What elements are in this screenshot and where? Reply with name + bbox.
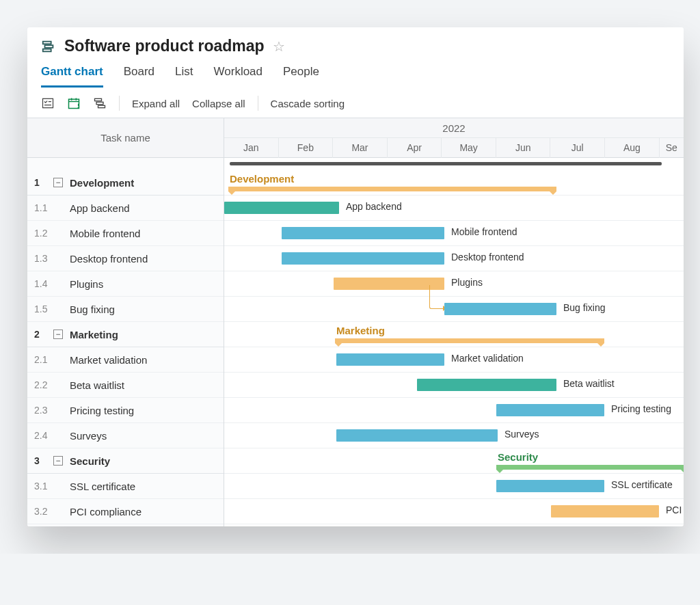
- month-col[interactable]: Apr: [387, 138, 442, 158]
- gantt-bar-label: Beta waitlist: [563, 378, 615, 389]
- tab-gantt[interactable]: Gantt chart: [41, 61, 103, 88]
- row-index: 2.1: [34, 354, 53, 365]
- toolbar: Expand all Collapse all Cascade sorting: [27, 88, 684, 118]
- svg-rect-13: [96, 102, 103, 104]
- gantt-bar-row: App backend: [224, 196, 684, 221]
- task-row[interactable]: 3.1SSL certificate: [27, 474, 224, 499]
- gantt-bar[interactable]: [417, 379, 556, 391]
- row-index: 2: [34, 329, 53, 340]
- calendar-alert-icon[interactable]: [67, 96, 81, 110]
- gantt-bar[interactable]: [496, 404, 604, 416]
- gantt-bar-label: Surveys: [504, 429, 539, 440]
- gantt-bar-label: Desktop frontend: [451, 252, 524, 263]
- layers-icon[interactable]: [93, 96, 107, 110]
- svg-rect-6: [69, 99, 79, 108]
- collapse-all-button[interactable]: Collapse all: [192, 98, 245, 109]
- gantt-bar[interactable]: [444, 303, 556, 315]
- month-col[interactable]: Feb: [278, 138, 333, 158]
- gantt-bar[interactable]: [224, 202, 339, 214]
- gantt-bar-label: App backend: [346, 201, 402, 212]
- group-label: Security: [498, 451, 538, 463]
- row-index: 1.5: [34, 304, 53, 314]
- gantt-bar-label: Bug fixing: [563, 302, 605, 313]
- timeline-year: 2022: [224, 118, 684, 138]
- task-name: Pricing testing: [70, 405, 134, 416]
- gantt-bar[interactable]: [336, 353, 444, 366]
- gantt-bar[interactable]: [496, 480, 604, 492]
- task-name: Bug fixing: [70, 304, 115, 315]
- collapse-icon[interactable]: −: [53, 178, 63, 187]
- group-bar[interactable]: [496, 465, 684, 470]
- month-col[interactable]: Jun: [496, 138, 550, 158]
- toolbar-separator: [119, 96, 120, 111]
- checklist-icon[interactable]: [41, 96, 55, 110]
- task-row[interactable]: 2.4Surveys: [27, 423, 224, 448]
- main-content: Task name 1 − Development 1.1App backend…: [27, 118, 684, 526]
- group-bar[interactable]: [335, 338, 604, 343]
- task-row[interactable]: 1.3Desktop frontend: [27, 246, 224, 271]
- gantt-bar-row: Pricing testing: [224, 398, 684, 423]
- gantt-group-row: Marketing: [224, 322, 684, 347]
- group-bar[interactable]: [228, 187, 556, 191]
- month-col[interactable]: Jan: [224, 138, 278, 158]
- tab-people[interactable]: People: [283, 61, 319, 88]
- task-row[interactable]: 1.1App backend: [27, 196, 224, 221]
- month-col[interactable]: Aug: [604, 138, 659, 158]
- task-row[interactable]: 2.2Beta waitlist: [27, 373, 224, 398]
- svg-rect-3: [43, 98, 53, 107]
- view-tabs: Gantt chart Board List Workload People: [27, 61, 684, 88]
- month-col[interactable]: May: [441, 138, 496, 158]
- task-row[interactable]: 1.2Mobile frontend: [27, 221, 224, 246]
- month-col[interactable]: Jul: [550, 138, 604, 158]
- gantt-panel: 2022 Jan Feb Mar Apr May Jun Jul Aug Se: [224, 118, 684, 526]
- month-col[interactable]: Mar: [332, 138, 387, 158]
- gantt-bar[interactable]: [551, 505, 659, 517]
- tab-list[interactable]: List: [175, 61, 193, 88]
- row-index: 3.1: [34, 481, 53, 492]
- task-row[interactable]: 1.5Bug fixing: [27, 297, 224, 322]
- gantt-bar-row: Plugins: [224, 271, 684, 297]
- cascade-sorting-button[interactable]: Cascade sorting: [271, 98, 345, 109]
- collapse-icon[interactable]: −: [53, 330, 63, 339]
- gantt-bar-label: SSL certificate: [611, 479, 673, 490]
- task-row-group[interactable]: 1 − Development: [27, 170, 224, 196]
- task-name: App backend: [70, 202, 130, 214]
- gantt-bar-row: Bug fixing: [224, 297, 684, 322]
- task-row[interactable]: 3.2PCI compliance: [27, 499, 224, 524]
- task-row[interactable]: 2.1Market validation: [27, 347, 224, 373]
- task-name: Security: [70, 455, 110, 467]
- gantt-bar[interactable]: [282, 252, 444, 265]
- task-row-group[interactable]: 3 − Security: [27, 448, 224, 474]
- gantt-bar[interactable]: [336, 429, 498, 442]
- gantt-bar-row: Mobile frontend: [224, 221, 684, 246]
- tab-workload[interactable]: Workload: [214, 61, 263, 88]
- month-col[interactable]: Se: [659, 138, 684, 158]
- row-index: 1: [34, 177, 53, 188]
- header: Software product roadmap ☆: [27, 27, 684, 61]
- gantt-bar-row: Market validation: [224, 347, 684, 373]
- task-list-panel: Task name 1 − Development 1.1App backend…: [27, 118, 224, 526]
- page-title: Software product roadmap: [64, 37, 265, 55]
- task-row[interactable]: 2.3Pricing testing: [27, 398, 224, 423]
- collapse-icon[interactable]: −: [53, 456, 63, 466]
- project-icon: [41, 39, 56, 54]
- gantt-bar[interactable]: [334, 278, 444, 290]
- row-index: 3: [34, 455, 53, 466]
- tab-board[interactable]: Board: [124, 61, 154, 88]
- row-index: 2.2: [34, 379, 53, 390]
- task-row[interactable]: 1.4Plugins: [27, 271, 224, 297]
- svg-rect-12: [95, 98, 102, 100]
- gantt-bar-row: SSL certificate: [224, 474, 684, 499]
- task-row-group[interactable]: 2 − Marketing: [27, 322, 224, 347]
- group-label: Marketing: [336, 325, 385, 336]
- star-icon[interactable]: ☆: [273, 38, 285, 55]
- row-index: 1.4: [34, 278, 53, 289]
- expand-all-button[interactable]: Expand all: [132, 98, 180, 109]
- task-name: Marketing: [70, 329, 118, 340]
- gantt-bar-row: Beta waitlist: [224, 373, 684, 398]
- toolbar-separator: [258, 96, 258, 111]
- overview-bar: [230, 162, 662, 165]
- gantt-bar[interactable]: [282, 227, 444, 239]
- task-name: Surveys: [70, 430, 107, 442]
- svg-rect-2: [43, 49, 51, 51]
